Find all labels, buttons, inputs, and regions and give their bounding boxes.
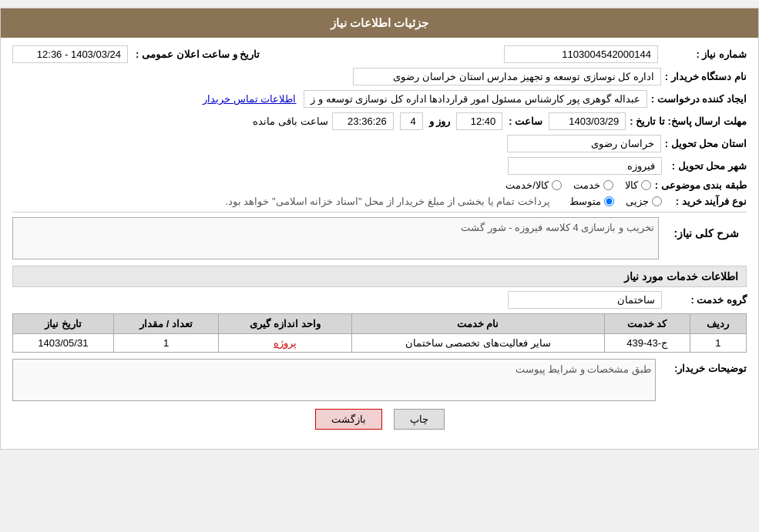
noe-farayand-label: نوع فرآیند خرید : xyxy=(662,196,747,207)
roz-label: روز و xyxy=(429,115,451,127)
sharh-label: شرح کلی نیاز: xyxy=(667,223,747,243)
tarix-ilan-value: 1403/03/24 - 12:36 xyxy=(12,45,128,63)
cell-tarix: 1403/05/31 xyxy=(13,334,114,353)
shahr-label: شهر محل تحویل : xyxy=(662,160,747,172)
button-row: چاپ بازگشت xyxy=(12,409,747,441)
page-header: جزئیات اطلاعات نیاز xyxy=(1,8,758,38)
remaining-label: ساعت باقی مانده xyxy=(253,115,327,127)
radio-kala[interactable]: کالا xyxy=(625,179,651,191)
tarix-ilan-label: تاریخ و ساعت اعلان عمومی : xyxy=(132,49,260,60)
cell-kod: ج-43-439 xyxy=(604,334,690,353)
ijad-konande-label: ایجاد کننده درخواست : xyxy=(647,93,747,105)
radio-motevaset[interactable]: متوسط xyxy=(569,196,614,207)
time-label: ساعت : xyxy=(509,115,542,127)
nam-dastgah-value: اداره کل نوسازی توسعه و تجهیز مدارس استا… xyxy=(353,68,661,85)
tosih-label: توضیحات خریدار: xyxy=(662,359,747,374)
grooh-value: ساختمان xyxy=(508,291,662,309)
ostan-label: استان محل تحویل : xyxy=(661,138,747,149)
shomare-niaz-label: شماره نیاز : xyxy=(662,49,747,60)
tosih-value: طبق مشخصات و شرایط پیوست xyxy=(12,359,656,401)
tamas-khardar-link[interactable]: اطلاعات تماس خریدار xyxy=(203,93,296,105)
cell-tedad: 1 xyxy=(113,334,219,353)
date-value: 1403/03/29 xyxy=(549,112,626,130)
remaining-value: 23:36:26 xyxy=(332,112,394,130)
radio-jozi[interactable]: جزیی xyxy=(626,196,662,207)
ostan-value: خراسان رضوی xyxy=(507,135,661,152)
shahr-value: فیروزه xyxy=(508,157,662,175)
nam-dastgah-label: نام دستگاه خریدار : xyxy=(661,71,747,82)
services-table: ردیف کد خدمت نام خدمت واحد اندازه گیری ت… xyxy=(12,313,747,353)
farayand-note: پرداخت تمام یا بخشی از مبلغ خریدار از مح… xyxy=(225,196,550,207)
col-radif: ردیف xyxy=(690,314,746,334)
col-tarix: تاریخ نیاز xyxy=(13,314,114,334)
info-khadamat-title: اطلاعات خدمات مورد نیاز xyxy=(12,266,747,287)
cell-radif: 1 xyxy=(690,334,746,353)
ijad-konande-value: عبداله گوهری پور کارشناس مسئول امور قرار… xyxy=(304,90,646,108)
col-kod: کد خدمت xyxy=(604,314,690,334)
roz-value: 4 xyxy=(400,112,423,130)
col-nam: نام خدمت xyxy=(351,314,604,334)
radio-kala-khedmat[interactable]: کالا/خدمت xyxy=(505,179,562,191)
cell-nam: سایر فعالیت‌های تخصصی ساختمان xyxy=(351,334,604,353)
tabaqe-label: طبقه بندی موضوعی : xyxy=(651,179,747,191)
print-button[interactable]: چاپ xyxy=(394,409,445,430)
sharh-value: تخریب و بازسازی 4 کلاسه فیروزه - شور گشت xyxy=(12,217,659,259)
col-tedad: تعداد / مقدار xyxy=(113,314,219,334)
back-button[interactable]: بازگشت xyxy=(315,409,382,430)
shomare-niaz-value: 1103004542000144 xyxy=(504,45,658,63)
page-title: جزئیات اطلاعات نیاز xyxy=(331,16,428,29)
cell-vahed[interactable]: پروژه xyxy=(219,334,351,353)
col-vahed: واحد اندازه گیری xyxy=(219,314,351,334)
radio-khedmat[interactable]: خدمت xyxy=(573,179,613,191)
time-value: 12:40 xyxy=(456,112,502,130)
grooh-label: گروه خدمت : xyxy=(662,294,747,306)
table-row: 1 ج-43-439 سایر فعالیت‌های تخصصی ساختمان… xyxy=(13,334,747,353)
mohlat-label: مهلت ارسال پاسخ: تا تاریخ : xyxy=(626,115,747,127)
